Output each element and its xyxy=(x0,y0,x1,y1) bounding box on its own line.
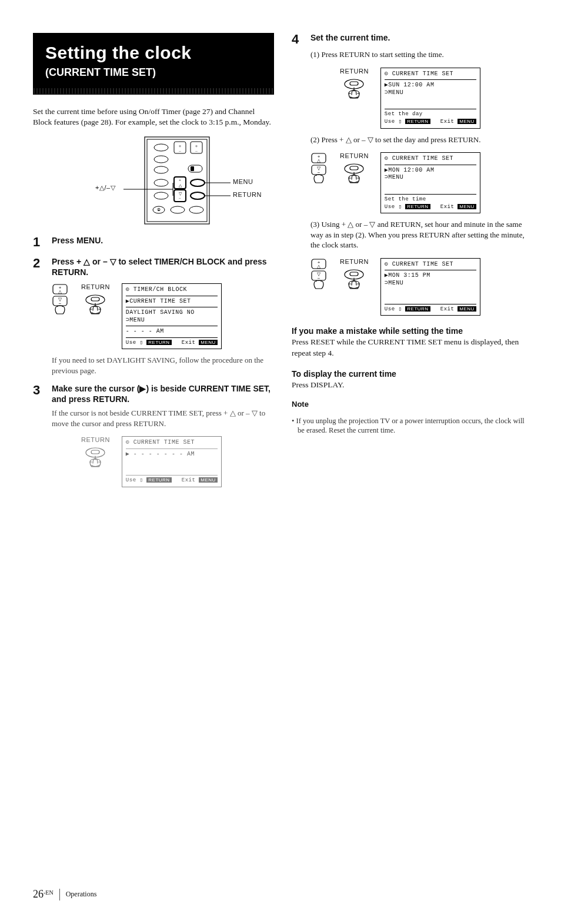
svg-point-25 xyxy=(191,179,205,186)
return-label: RETURN xyxy=(81,283,110,290)
svg-point-21 xyxy=(154,179,168,186)
step-4-screen-1: ⊙ CURRENT TIME SET ▶SUN 12:00 AM ⊃MENU S… xyxy=(380,68,480,129)
remote-diagram: +– +– +△ ▽− ⦿ xyxy=(115,133,192,227)
svg-text:–: – xyxy=(195,149,198,153)
svg-text:–: – xyxy=(178,149,181,153)
svg-point-17 xyxy=(154,156,168,163)
svg-rect-19 xyxy=(188,165,202,172)
return-icon: RETURN xyxy=(81,436,110,469)
step-4-p1: (1) Press RETURN to start setting the ti… xyxy=(310,49,533,60)
step-1-head: Press MENU. xyxy=(52,236,103,249)
step-1-num: 1 xyxy=(33,236,46,249)
banner-subtitle: (CURRENT TIME SET) xyxy=(45,66,262,79)
svg-point-31 xyxy=(191,192,205,199)
svg-text:+: + xyxy=(179,178,181,183)
note-body: • If you unplug the projection TV or a p… xyxy=(298,416,533,436)
svg-point-18 xyxy=(154,166,168,173)
step-4-screen-2: ⊙ CURRENT TIME SET ▶MON 12:00 AM ⊃MENU S… xyxy=(380,152,480,213)
step-3-num: 3 xyxy=(33,384,46,404)
display-heading: To display the current time xyxy=(292,369,533,379)
arrows-icon xyxy=(52,283,69,316)
svg-text:▽: ▽ xyxy=(179,192,182,196)
intro-text: Set the current time before using On/off… xyxy=(33,106,274,128)
step-3-head: Make sure the cursor (▶) is beside CURRE… xyxy=(52,384,274,404)
step-4-p2: (2) Press + △ or – ▽ to set the day and … xyxy=(310,135,533,145)
title-banner: Setting the clock (CURRENT TIME SET) xyxy=(33,33,274,95)
step-4-num: 4 xyxy=(292,33,305,46)
remote-arrows-label: +△/–▽ xyxy=(95,184,115,192)
return-icon: RETURN xyxy=(81,283,110,316)
return-label: RETURN xyxy=(340,152,369,159)
note-heading: Note xyxy=(292,400,533,409)
svg-point-27 xyxy=(154,192,168,199)
return-icon: RETURN xyxy=(340,258,369,291)
svg-text:−: − xyxy=(179,196,181,201)
svg-point-35 xyxy=(171,206,185,213)
step-2-after: If you need to set DAYLIGHT SAVING, foll… xyxy=(52,355,274,376)
svg-text:△: △ xyxy=(179,183,182,188)
svg-rect-20 xyxy=(191,166,194,171)
return-icon: RETURN xyxy=(340,152,369,185)
page-suffix: -EN xyxy=(44,889,54,896)
return-icon: RETURN xyxy=(340,68,369,101)
page-footer: 26-EN Operations xyxy=(33,888,96,900)
arrows-icon xyxy=(310,152,328,185)
display-body: Press DISPLAY. xyxy=(292,380,533,390)
remote-menu-label: MENU xyxy=(233,178,253,185)
step-4-head: Set the current time. xyxy=(310,33,390,46)
mistake-body: Press RESET while the CURRENT TIME SET m… xyxy=(292,337,533,358)
svg-text:+: + xyxy=(179,143,182,149)
page-number: 26 xyxy=(33,888,44,900)
arrows-icon xyxy=(310,258,328,291)
svg-point-36 xyxy=(189,206,203,213)
section-name: Operations xyxy=(66,890,97,899)
svg-text:+: + xyxy=(195,143,198,149)
step-2-num: 2 xyxy=(33,257,46,277)
step-4-p3: (3) Using + △ or – ▽ and RETURN, set hou… xyxy=(310,219,533,250)
svg-text:⦿: ⦿ xyxy=(157,208,161,212)
step-4-screen-3: ⊙ CURRENT TIME SET ▶MON 3:15 PM ⊃MENU Us… xyxy=(380,258,480,316)
return-label: RETURN xyxy=(81,436,110,443)
step-3-body: If the cursor is not beside CURRENT TIME… xyxy=(52,408,274,428)
remote-return-label: RETURN xyxy=(233,191,262,198)
mistake-heading: If you make a mistake while setting the … xyxy=(292,326,533,336)
return-label: RETURN xyxy=(340,258,369,265)
svg-rect-8 xyxy=(145,137,209,224)
banner-title: Setting the clock xyxy=(45,43,262,63)
step-2-screen: ⊙ TIMER/CH BLOCK ▶CURRENT TIME SET DAYLI… xyxy=(122,283,222,349)
return-label: RETURN xyxy=(340,68,369,75)
svg-point-10 xyxy=(154,144,168,151)
step-3-screen: ⊙ CURRENT TIME SET ▶ - - - - - - - AM Us… xyxy=(122,436,222,487)
step-2-head: Press + △ or – ▽ to select TIMER/CH BLOC… xyxy=(52,257,274,277)
